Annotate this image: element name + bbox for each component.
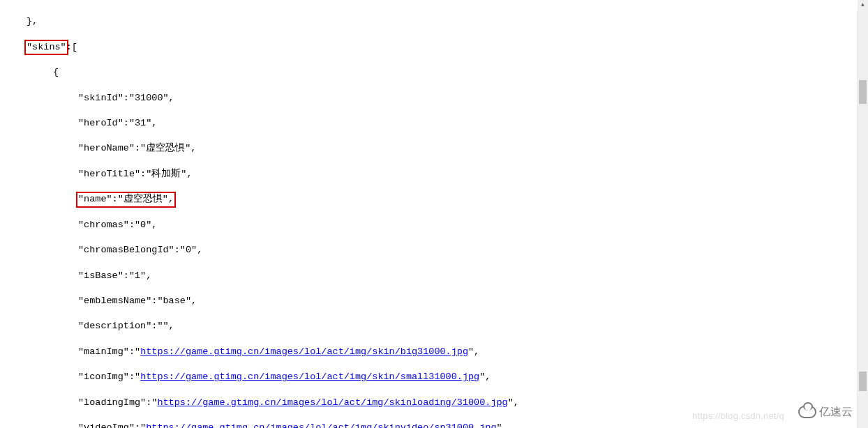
code-line: "heroTitle":"科加斯", [11,168,868,181]
code-line: "iconImg":"https://game.gtimg.cn/images/… [11,371,868,383]
highlight-name-1: "name":"虚空恐惧", [76,192,176,207]
json-code-view: }, "skins":[ { "skinId":"31000", "heroId… [11,3,868,428]
code-line: "chromasBelongId":"0", [11,244,868,257]
code-line: "heroId":"31", [11,117,868,130]
url-link[interactable]: https://game.gtimg.cn/images/lol/act/img… [140,346,468,357]
vertical-scrollbar[interactable]: ▲ [858,0,868,428]
code-line: "skinId":"31000", [11,92,868,105]
cloud-icon [798,406,816,418]
code-line: "skins":[ [11,41,868,54]
code-line: "description":"", [11,320,868,333]
watermark-url: https://blog.csdn.net/q [692,410,784,422]
code-line: "name":"虚空恐惧", [11,193,868,206]
code-line: "emblemsName":"base", [11,295,868,307]
code-line: "videoImg":"https://game.gtimg.cn/images… [11,422,868,428]
scrollbar-arrow-up-icon[interactable]: ▲ [858,0,868,10]
url-link[interactable]: https://game.gtimg.cn/images/lol/act/img… [157,397,507,408]
code-line: "isBase":"1", [11,270,868,282]
code-line: { [11,66,868,79]
url-link[interactable]: https://game.gtimg.cn/images/lol/act/img… [140,372,479,382]
code-line: "chromas":"0", [11,219,868,231]
code-line: "heroName":"虚空恐惧", [11,142,868,155]
code-line: }, [11,15,868,28]
code-line: "loadingImg":"https://game.gtimg.cn/imag… [11,397,868,409]
code-line: "mainImg":"https://game.gtimg.cn/images/… [11,346,868,358]
url-link[interactable]: https://game.gtimg.cn/images/lol/act/img… [146,422,496,428]
watermark-brand-text: 亿速云 [819,404,853,420]
scrollbar-thumb[interactable] [859,80,867,104]
scrollbar-thumb[interactable] [859,372,867,391]
highlight-skins-key: "skins" [24,40,68,55]
watermark-brand: 亿速云 [798,404,853,420]
